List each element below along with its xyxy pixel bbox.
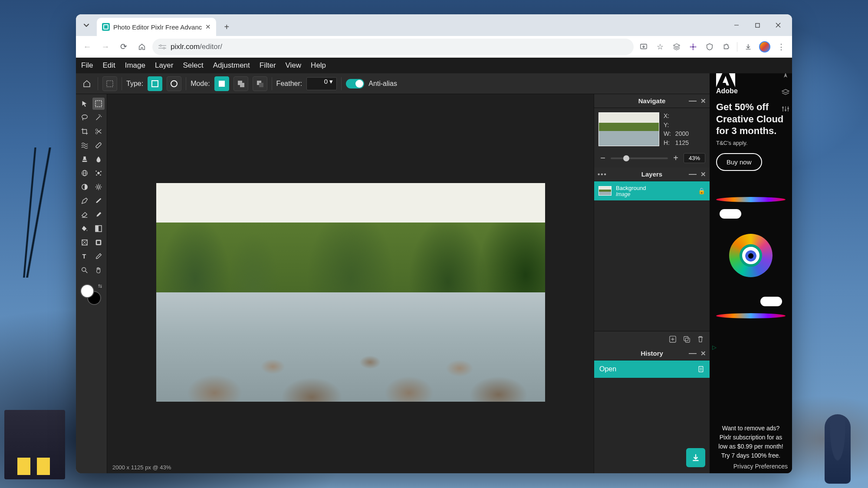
add-layer-button[interactable] <box>669 335 677 343</box>
detail-tool[interactable] <box>92 167 105 179</box>
marquee-tool[interactable] <box>92 98 105 110</box>
forward-button[interactable]: → <box>98 39 113 55</box>
zoom-tool[interactable] <box>79 264 91 276</box>
adchoices-icon[interactable]: ▷ <box>712 344 717 350</box>
menu-file[interactable]: File <box>81 61 93 70</box>
url-input[interactable]: pixlr.com/editor/ <box>152 39 634 55</box>
panel-minimize-button[interactable]: — <box>689 96 697 105</box>
zoom-slider[interactable] <box>611 157 668 159</box>
zoom-in-button[interactable]: + <box>671 153 680 163</box>
layers-options-button[interactable]: ••• <box>598 170 607 178</box>
ext2-button[interactable] <box>686 39 700 54</box>
zoom-out-button[interactable]: − <box>598 153 607 163</box>
new-tab-button[interactable]: + <box>220 20 233 34</box>
bookmark-button[interactable]: ☆ <box>653 39 667 54</box>
layer-row[interactable]: Background Image 🔒 <box>594 181 710 200</box>
type-rect-button[interactable] <box>148 76 162 91</box>
fill-tool[interactable] <box>79 223 91 235</box>
panel-history-toggle[interactable] <box>781 105 790 113</box>
panel-close-button[interactable]: ✕ <box>700 170 706 178</box>
menu-button[interactable]: ⋮ <box>774 39 789 54</box>
profile-button[interactable] <box>757 39 772 54</box>
menu-layer[interactable]: Layer <box>155 61 174 70</box>
options-marquee-shape[interactable] <box>102 76 117 91</box>
options-home-button[interactable] <box>80 77 93 90</box>
layers-panel-header[interactable]: ••• Layers — ✕ <box>594 167 710 181</box>
frame-tool[interactable] <box>92 236 105 249</box>
mode-subtract-button[interactable] <box>253 76 267 91</box>
color-swatches[interactable]: ⇆ <box>80 284 101 305</box>
panel-close-button[interactable]: ✕ <box>700 97 706 105</box>
history-item[interactable]: Open <box>594 360 710 378</box>
mode-add-button[interactable] <box>233 76 248 91</box>
zoom-value[interactable]: 43% <box>684 153 705 163</box>
picker-tool[interactable] <box>92 250 105 262</box>
duplicate-layer-button[interactable] <box>683 335 690 343</box>
dodge-tool[interactable] <box>79 181 91 193</box>
adobe-ad[interactable]: Adobe Get 50% off Creative Cloud for 3 m… <box>716 71 786 171</box>
swap-colors-icon[interactable]: ⇆ <box>98 283 102 289</box>
liquify-tool[interactable] <box>79 139 91 151</box>
gradient-tool[interactable] <box>92 223 105 235</box>
brush-tool[interactable] <box>92 195 105 207</box>
pointer-tool[interactable] <box>79 98 91 110</box>
cutout-tool[interactable] <box>92 125 105 138</box>
type-ellipse-button[interactable] <box>167 76 181 91</box>
minimize-button[interactable] <box>726 18 747 33</box>
panel-minimize-button[interactable]: — <box>689 349 697 358</box>
layer-lock-icon[interactable]: 🔒 <box>698 187 705 194</box>
ext3-button[interactable] <box>702 39 717 54</box>
foreground-color[interactable] <box>80 284 94 298</box>
navigate-thumbnail[interactable] <box>598 112 659 146</box>
menu-image[interactable]: Image <box>125 61 145 70</box>
remove-ads-text[interactable]: Want to remove ads? Pixlr subscription f… <box>710 419 792 463</box>
text-tool[interactable]: T <box>79 250 91 262</box>
menu-edit[interactable]: Edit <box>102 61 115 70</box>
hand-tool[interactable] <box>92 264 105 276</box>
wand-tool[interactable] <box>92 111 105 124</box>
ext1-button[interactable] <box>669 39 684 54</box>
maximize-button[interactable] <box>747 18 768 33</box>
window-close-button[interactable] <box>768 18 789 33</box>
browser-tab[interactable]: Photo Editor Pixlr Free Advanc ✕ <box>97 18 216 36</box>
pen-tool[interactable] <box>79 195 91 207</box>
heal-tool[interactable] <box>92 139 105 151</box>
menu-filter[interactable]: Filter <box>260 61 276 70</box>
menu-help[interactable]: Help <box>311 61 326 70</box>
ad-cta-button[interactable]: Buy now <box>716 153 762 171</box>
toning-tool[interactable] <box>92 181 105 193</box>
home-button[interactable] <box>134 39 150 55</box>
back-button[interactable]: ← <box>79 39 95 55</box>
extensions-button[interactable] <box>719 39 733 54</box>
site-info-icon[interactable] <box>158 44 166 50</box>
privacy-link[interactable]: Privacy Preferences <box>733 463 792 473</box>
mode-new-button[interactable] <box>214 76 229 91</box>
navigate-panel-header[interactable]: Navigate — ✕ <box>594 94 710 108</box>
downloads-button[interactable] <box>741 39 756 54</box>
menu-select[interactable]: Select <box>183 61 203 70</box>
history-panel-header[interactable]: History — ✕ <box>594 347 710 360</box>
delete-layer-button[interactable] <box>697 335 704 343</box>
reload-button[interactable]: ⟳ <box>116 39 132 55</box>
feather-input[interactable]: 0 ▾ <box>306 77 337 90</box>
canvas[interactable] <box>156 183 545 402</box>
replace-color-tool[interactable] <box>92 209 105 221</box>
menu-view[interactable]: View <box>286 61 302 70</box>
tab-close-button[interactable]: ✕ <box>205 23 211 31</box>
panel-minimize-button[interactable]: — <box>689 170 697 179</box>
lasso-tool[interactable] <box>79 111 91 124</box>
menu-adjustment[interactable]: Adjustment <box>213 61 250 70</box>
eraser-tool[interactable] <box>79 209 91 221</box>
antialias-toggle[interactable] <box>346 79 364 88</box>
crop-tool[interactable] <box>79 125 91 138</box>
panel-layers-toggle[interactable] <box>781 88 790 97</box>
install-app-button[interactable] <box>636 39 651 54</box>
panel-close-button[interactable]: ✕ <box>700 350 706 357</box>
disperse-tool[interactable] <box>79 167 91 179</box>
clone-tool[interactable] <box>79 153 91 165</box>
shape-tool[interactable] <box>79 236 91 249</box>
canvas-area[interactable]: 868 x 488 px @ 43% <box>107 94 594 473</box>
blur-tool[interactable] <box>92 153 105 165</box>
tab-search-button[interactable] <box>79 18 93 32</box>
download-button[interactable] <box>686 448 705 467</box>
